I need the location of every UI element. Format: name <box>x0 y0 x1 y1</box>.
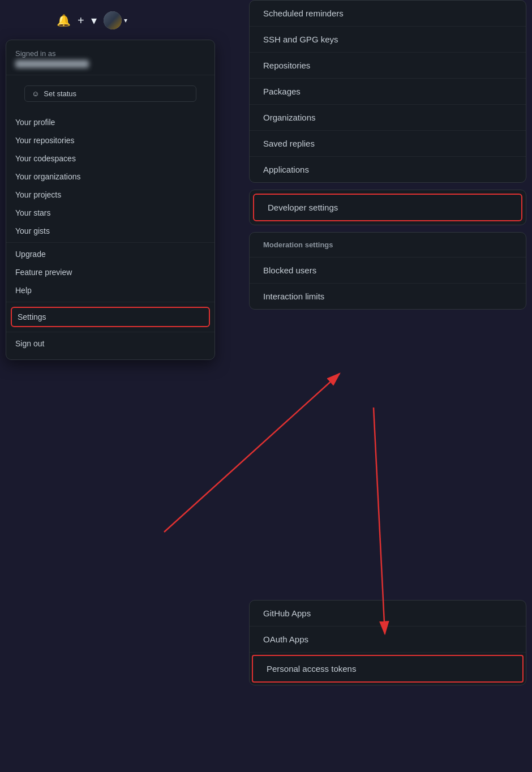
settings-highlight-box: Settings <box>11 307 210 327</box>
dev-item-oauth-apps[interactable]: OAuth Apps <box>250 627 526 653</box>
settings-item-ssh-gpg-keys[interactable]: SSH and GPG keys <box>250 27 526 53</box>
settings-item-packages[interactable]: Packages <box>250 79 526 105</box>
dev-item-personal-access-tokens[interactable]: Personal access tokens <box>253 656 522 681</box>
settings-item-saved-replies[interactable]: Saved replies <box>250 131 526 157</box>
nav-section-signout: Sign out <box>6 332 214 355</box>
menu-item-your-projects[interactable]: Your projects <box>6 186 214 204</box>
set-status-button[interactable]: ☺ Set status <box>24 85 196 102</box>
nav-section-1: Your profile Your repositories Your code… <box>6 111 214 243</box>
avatar-container[interactable]: ▾ <box>104 11 127 29</box>
header-icons: 🔔 + ▾ ▾ <box>57 11 127 29</box>
menu-item-your-stars[interactable]: Your stars <box>6 204 214 222</box>
settings-item-blocked-users[interactable]: Blocked users <box>250 258 526 284</box>
signed-in-label: Signed in as <box>15 49 205 58</box>
settings-item-developer-settings[interactable]: Developer settings <box>254 195 521 220</box>
menu-item-your-gists[interactable]: Your gists <box>6 222 214 240</box>
personal-access-tokens-highlight: Personal access tokens <box>252 655 524 683</box>
settings-item-organizations[interactable]: Organizations <box>250 105 526 131</box>
settings-dropdown-top: Scheduled reminders SSH and GPG keys Rep… <box>249 0 526 183</box>
moderation-settings-box: Moderation settings Blocked users Intera… <box>249 232 526 310</box>
username-blur <box>15 60 89 68</box>
smiley-icon: ☺ <box>32 89 39 98</box>
settings-item-repositories[interactable]: Repositories <box>250 53 526 79</box>
menu-item-your-profile[interactable]: Your profile <box>6 113 214 131</box>
menu-item-your-organizations[interactable]: Your organizations <box>6 168 214 186</box>
developer-settings-box: Developer settings <box>249 190 526 225</box>
set-status-label: Set status <box>44 89 76 98</box>
nav-section-2: Upgrade Feature preview Help <box>6 243 214 302</box>
personal-access-tokens-container: Personal access tokens <box>250 653 526 685</box>
bell-icon[interactable]: 🔔 <box>57 14 71 27</box>
settings-item-scheduled-reminders[interactable]: Scheduled reminders <box>250 1 526 27</box>
menu-item-upgrade[interactable]: Upgrade <box>6 245 214 263</box>
menu-item-your-codespaces[interactable]: Your codespaces <box>6 149 214 168</box>
menu-item-your-repositories[interactable]: Your repositories <box>6 131 214 149</box>
menu-item-feature-preview[interactable]: Feature preview <box>6 263 214 281</box>
settings-item-applications[interactable]: Applications <box>250 157 526 182</box>
developer-settings-highlight: Developer settings <box>253 194 522 221</box>
dev-settings-panel: GitHub Apps OAuth Apps Personal access t… <box>249 600 526 685</box>
svg-line-0 <box>164 374 340 532</box>
menu-item-settings[interactable]: Settings <box>12 308 209 326</box>
plus-chevron-icon[interactable]: ▾ <box>91 14 97 27</box>
dev-item-github-apps[interactable]: GitHub Apps <box>250 601 526 627</box>
settings-item-interaction-limits[interactable]: Interaction limits <box>250 284 526 309</box>
left-dropdown-menu: Signed in as ☺ Set status Your profile Y… <box>6 40 215 360</box>
avatar-chevron-icon: ▾ <box>124 16 127 24</box>
plus-icon[interactable]: + <box>78 14 84 27</box>
avatar <box>104 11 122 29</box>
signed-in-section: Signed in as <box>6 45 214 75</box>
set-status-container: ☺ Set status <box>6 75 214 111</box>
menu-item-sign-out[interactable]: Sign out <box>6 334 214 353</box>
moderation-settings-header: Moderation settings <box>250 233 526 258</box>
nav-section-settings: Settings <box>6 302 214 332</box>
right-settings-panel: Scheduled reminders SSH and GPG keys Rep… <box>249 0 526 316</box>
menu-item-help[interactable]: Help <box>6 281 214 299</box>
